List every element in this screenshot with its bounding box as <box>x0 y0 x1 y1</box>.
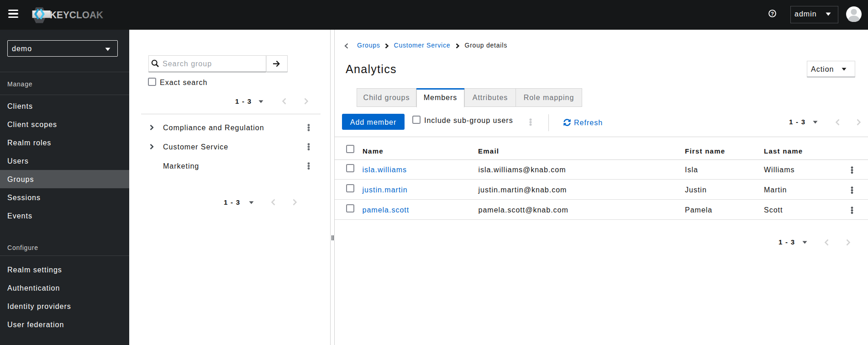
svg-text:?: ? <box>770 11 773 16</box>
svg-text:KEYCLOAK: KEYCLOAK <box>50 9 103 21</box>
